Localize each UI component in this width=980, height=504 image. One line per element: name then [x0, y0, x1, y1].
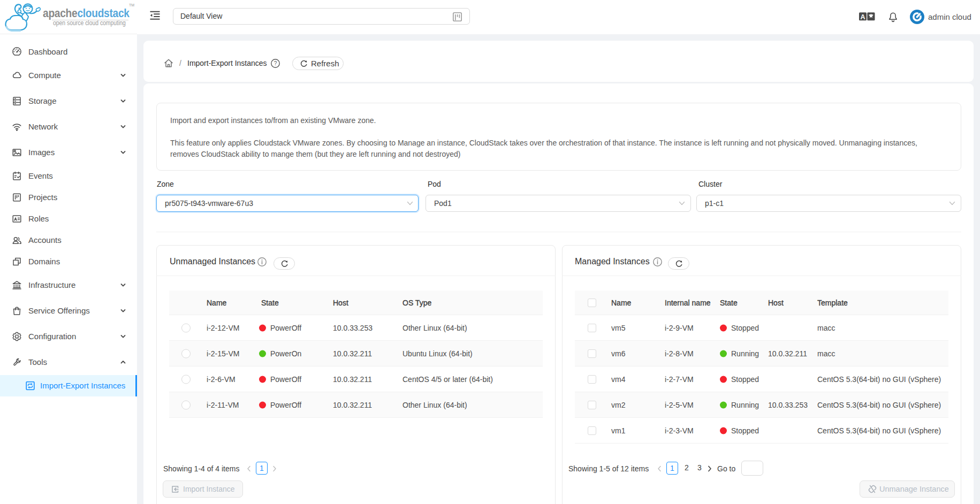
svg-text:A: A [861, 13, 865, 21]
svg-text:?: ? [274, 60, 277, 66]
